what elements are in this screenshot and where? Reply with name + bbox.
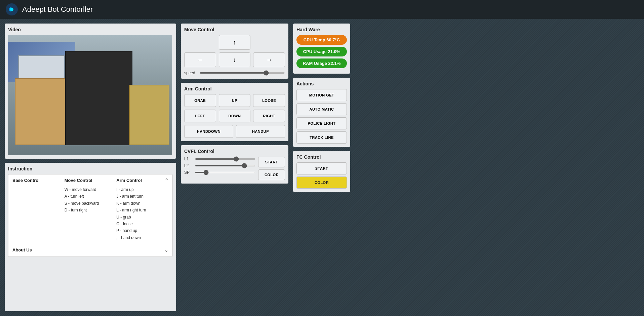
instr-move-item: D - turn right <box>65 207 117 213</box>
dpad-empty-tr <box>253 35 285 50</box>
arm-btn-down[interactable]: DOWN <box>219 110 251 122</box>
move-control-panel: Move Control ↑ ← ↓ → speed <box>181 24 288 79</box>
cvfl-sp-slider[interactable] <box>195 172 255 173</box>
arm-btn-grab[interactable]: GRAB <box>184 94 216 107</box>
instr-col-base <box>12 186 65 241</box>
instruction-panel-title: Instruction <box>8 166 173 171</box>
instr-col-base-header: Base Control <box>12 178 65 183</box>
header: Adeept Bot Contorller <box>0 0 644 19</box>
dpad-right-button[interactable]: → <box>253 52 285 67</box>
actions-buttons: MOTION GETAUTO MATICPOLICE LIGHTTRACK LI… <box>296 89 347 144</box>
arm-grid-bottom: HANDDOWNHANDUP <box>184 125 285 138</box>
cvfl-buttons: START COLOR <box>258 157 285 180</box>
action-btn-auto-matic[interactable]: AUTO MATIC <box>296 103 347 115</box>
action-btn-police-light[interactable]: POLICE LIGHT <box>296 117 347 129</box>
fc-control-title: FC Control <box>296 154 347 160</box>
arm-btn-up[interactable]: UP <box>219 94 251 107</box>
instr-col-move: W - move forwardA - turn leftS - move ba… <box>65 186 117 241</box>
move-control-title: Move Control <box>184 27 285 32</box>
instruction-body: W - move forwardA - turn leftS - move ba… <box>12 186 168 241</box>
cvfl-control-title: CVFL Control <box>184 149 285 154</box>
dpad: ↑ ← ↓ → <box>184 35 285 67</box>
video-scene <box>8 35 172 155</box>
right-column: Hard Ware CPU Temp 60.7°C CPU Usage 21.0… <box>293 24 350 311</box>
cvfl-sp-row: SP <box>184 170 255 175</box>
cvfl-l2-slider[interactable] <box>195 165 255 166</box>
instr-arm-item: I - arm up <box>116 186 168 193</box>
speed-row: speed <box>184 71 285 75</box>
about-us-chevron-icon[interactable]: ⌄ <box>164 247 168 253</box>
arm-btn-handdown[interactable]: HANDDOWN <box>184 125 233 138</box>
speed-label: speed <box>184 71 197 75</box>
arm-btn-loose[interactable]: LOOSE <box>253 94 285 107</box>
dpad-down-button[interactable]: ↓ <box>219 52 251 67</box>
cvfl-l2-label: L2 <box>184 163 192 168</box>
cvfl-color-button[interactable]: COLOR <box>258 169 285 180</box>
video-box3 <box>129 85 169 145</box>
instruction-table: Base Control Move Control Arm Control ⌃ … <box>8 174 173 257</box>
cpu-usage-badge: CPU Usage 21.0% <box>296 47 347 56</box>
instruction-panel: Instruction Base Control Move Control Ar… <box>5 163 176 311</box>
instr-arm-item: L - arm right turn <box>116 207 168 213</box>
dpad-empty-tl <box>184 35 216 50</box>
instr-move-item: S - move backward <box>65 200 117 207</box>
cvfl-l1-label: L1 <box>184 157 192 161</box>
arm-grid-main: GRABUPLOOSELEFTDOWNRIGHT <box>184 94 285 122</box>
instr-arm-item: U - grab <box>116 214 168 221</box>
dpad-left-button[interactable]: ← <box>184 52 216 67</box>
arm-control-title: Arm Control <box>184 86 285 91</box>
main-content: Video Instruction Base Control Move Cont… <box>0 19 644 316</box>
video-box2 <box>65 51 132 145</box>
instr-arm-item: ; - hand down <box>116 234 168 241</box>
actions-title: Actions <box>296 81 347 86</box>
hardware-title: Hard Ware <box>296 27 347 32</box>
svg-point-1 <box>10 8 13 11</box>
cvfl-l1-row: L1 <box>184 157 255 161</box>
fc-control-panel: FC Control START COLOR <box>293 151 350 192</box>
ram-usage-badge: RAM Usage 22.1% <box>296 58 347 68</box>
instr-arm-item: O - loose <box>116 221 168 227</box>
action-btn-track-line[interactable]: TRACK LINE <box>296 131 347 144</box>
arm-btn-left[interactable]: LEFT <box>184 110 216 122</box>
video-box1 <box>15 78 69 145</box>
app-logo <box>5 3 18 16</box>
video-frame <box>8 35 172 155</box>
cvfl-control-panel: CVFL Control L1 L2 SP <box>181 145 288 184</box>
center-column: Move Control ↑ ← ↓ → speed Arm Control G… <box>181 24 288 311</box>
fc-start-button[interactable]: START <box>296 162 347 174</box>
cvfl-start-button[interactable]: START <box>258 157 285 167</box>
hardware-panel: Hard Ware CPU Temp 60.7°C CPU Usage 21.0… <box>293 24 350 74</box>
cvfl-sp-label: SP <box>184 170 192 175</box>
about-us-row: About Us ⌄ <box>12 244 168 253</box>
video-panel: Video <box>5 24 176 159</box>
cvfl-l1-slider[interactable] <box>195 158 255 160</box>
cvfl-sliders: L1 L2 SP <box>184 157 255 177</box>
instruction-header: Base Control Move Control Arm Control ⌃ <box>12 178 168 183</box>
cvfl-content: L1 L2 SP START COLOR <box>184 157 285 180</box>
instr-move-item: A - turn left <box>65 193 117 200</box>
actions-panel: Actions MOTION GETAUTO MATICPOLICE LIGHT… <box>293 78 350 147</box>
dpad-up-button[interactable]: ↑ <box>219 35 251 50</box>
instr-arm-item: J - arm left turn <box>116 193 168 200</box>
action-btn-motion-get[interactable]: MOTION GET <box>296 89 347 101</box>
instruction-collapse-icon[interactable]: ⌃ <box>165 178 168 183</box>
instr-col-arm-header: Arm Control ⌃ <box>116 178 168 183</box>
arm-control-panel: Arm Control GRABUPLOOSELEFTDOWNRIGHT HAN… <box>181 83 288 141</box>
arm-btn-right[interactable]: RIGHT <box>253 110 285 122</box>
left-column: Video Instruction Base Control Move Cont… <box>5 24 176 311</box>
instr-arm-item: P - hand up <box>116 227 168 234</box>
app-title: Adeept Bot Contorller <box>22 5 93 14</box>
instr-arm-item: K - arm down <box>116 200 168 207</box>
instr-col-arm: I - arm upJ - arm left turnK - arm downL… <box>116 186 168 241</box>
speed-slider[interactable] <box>200 72 285 74</box>
about-us-label: About Us <box>12 247 32 252</box>
cvfl-l2-row: L2 <box>184 163 255 168</box>
instr-col-move-header: Move Control <box>65 178 117 183</box>
video-panel-title: Video <box>8 27 173 32</box>
cpu-temp-badge: CPU Temp 60.7°C <box>296 35 347 45</box>
arm-btn-handup[interactable]: HANDUP <box>236 125 285 138</box>
instr-move-item: W - move forward <box>65 186 117 193</box>
fc-color-button[interactable]: COLOR <box>296 176 347 189</box>
